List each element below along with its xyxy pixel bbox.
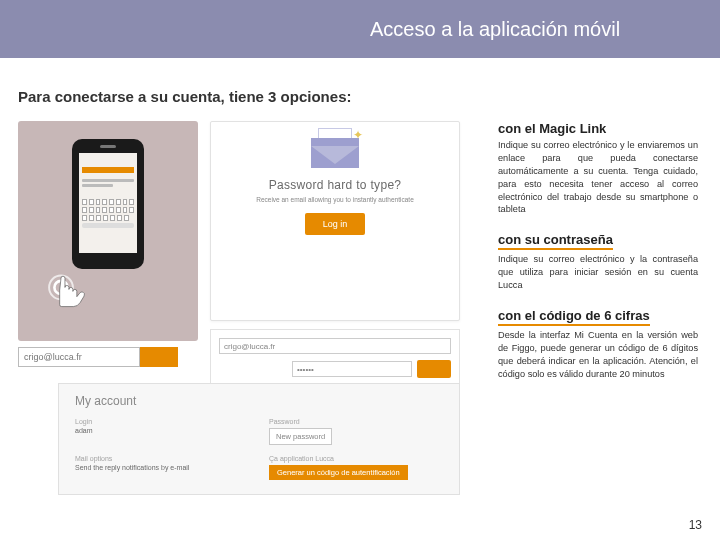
option-password-body: Indique su correo electrónico y la contr… — [498, 253, 698, 292]
mail-value: Send the reply notifications by e-mail — [75, 464, 249, 471]
password-row: •••••• — [219, 360, 451, 378]
option-password-title: con su contraseña — [498, 232, 613, 250]
tap-hand-icon — [28, 265, 94, 331]
envelope-icon — [311, 134, 359, 168]
password-value: •••••• — [292, 361, 412, 377]
options-column: con el Magic Link Indique su correo elec… — [488, 121, 698, 501]
password-label: Password — [269, 418, 443, 425]
app-label: Ça application Lucca — [269, 455, 443, 462]
phone-screen — [79, 153, 137, 253]
text-line — [82, 184, 113, 187]
phone-tap-illustration: crigo@lucca.fr — [18, 121, 198, 341]
keyboard-row — [82, 215, 134, 221]
phone-speaker — [100, 145, 116, 148]
next-button-mockup — [140, 347, 178, 367]
field-app: Ça application Lucca Generar un código d… — [269, 455, 443, 480]
subheading: Para conectarse a su cuenta, tiene 3 opc… — [18, 88, 720, 105]
keyboard-spacebar — [82, 223, 134, 228]
field-login: Login adam — [75, 418, 249, 445]
email-field-mockup: crigo@lucca.fr — [219, 338, 451, 354]
login-label: Login — [75, 418, 249, 425]
email-value: crigo@lucca.fr — [219, 338, 451, 354]
login-button-mockup: Log in — [305, 213, 365, 235]
panel-title: My account — [75, 394, 443, 408]
option-magic-title: con el Magic Link — [498, 121, 698, 136]
option-magic-body: Indique su correo electrónico y le envia… — [498, 139, 698, 216]
email-value: crigo@lucca.fr — [18, 347, 140, 367]
page-number: 13 — [689, 518, 702, 532]
sparkle-icon — [353, 128, 365, 140]
slide-title: Acceso a la aplicación móvil — [370, 18, 620, 41]
field-mail: Mail options Send the reply notification… — [75, 455, 249, 480]
card-title: Password hard to type? — [269, 178, 402, 192]
keyboard-row — [82, 199, 134, 205]
submit-button-mockup — [417, 360, 451, 378]
keyboard-row — [82, 207, 134, 213]
option-code-title: con el código de 6 cifras — [498, 308, 650, 326]
card-subtitle: Receive an email allowing you to instant… — [256, 196, 414, 203]
login-value: adam — [75, 427, 249, 434]
new-password-button-mockup: New password — [269, 428, 332, 445]
generate-code-button-mockup: Generar un código de autentificación — [269, 465, 408, 480]
email-input-mockup: crigo@lucca.fr — [18, 347, 178, 367]
option-code-body: Desde la interfaz Mi Cuenta en la versió… — [498, 329, 698, 381]
slide-header: Acceso a la aplicación móvil — [0, 0, 720, 58]
phone-mockup — [72, 139, 144, 269]
content-area: crigo@lucca.fr Password hard to type? Re… — [0, 121, 720, 501]
my-account-panel: My account Login adam Password New passw… — [58, 383, 460, 495]
screen-accent-bar — [82, 167, 134, 173]
text-line — [82, 179, 134, 182]
magic-link-card: Password hard to type? Receive an email … — [210, 121, 460, 321]
illustration-column: crigo@lucca.fr Password hard to type? Re… — [18, 121, 488, 501]
mail-label: Mail options — [75, 455, 249, 462]
login-form-mockup: crigo@lucca.fr •••••• — [210, 329, 460, 387]
field-password: Password New password — [269, 418, 443, 445]
